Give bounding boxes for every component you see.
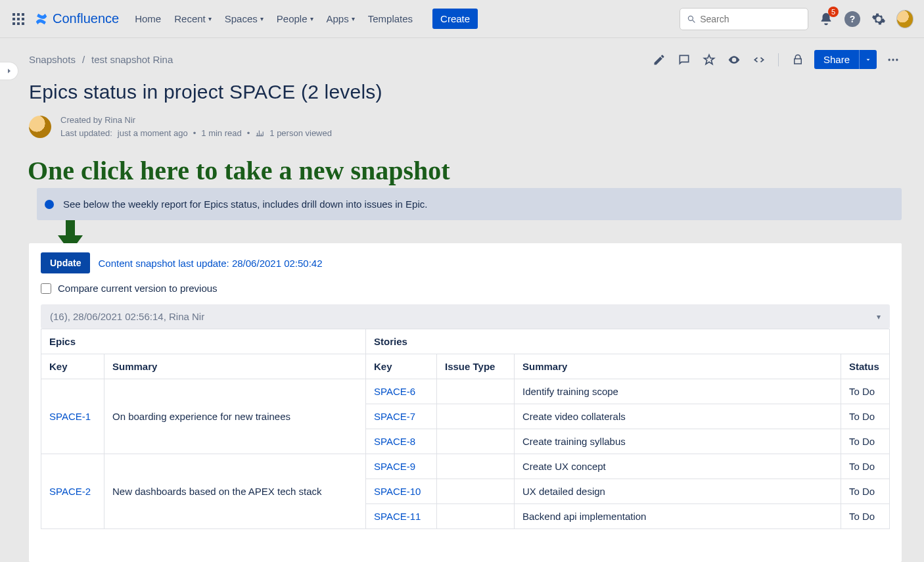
breadcrumb: Snapshots / test snapshot Rina (29, 54, 173, 65)
byline: Created by Rina Nir Last updated: just a… (29, 114, 902, 139)
epic-key-link[interactable]: SPACE-2 (49, 486, 91, 497)
snapshot-panel: Update Content snapshot last update: 28/… (29, 243, 902, 562)
col-epic-summary: Summary (104, 354, 366, 379)
more-actions-icon[interactable] (885, 51, 902, 68)
version-text: (16), 28/06/2021 02:56:14, Rina Nir (50, 311, 204, 322)
issue-type-cell (437, 479, 515, 504)
settings-icon[interactable] (870, 11, 887, 28)
source-icon[interactable] (751, 51, 768, 68)
divider (778, 53, 779, 66)
profile-avatar[interactable] (896, 11, 913, 28)
nav-templates[interactable]: Templates (368, 13, 413, 24)
star-icon[interactable] (701, 51, 718, 68)
story-summary-cell: Create training syllabus (515, 429, 841, 454)
confluence-logo[interactable]: Confluence (34, 11, 119, 26)
top-bar: Confluence Home Recent▾ Spaces▾ People▾ … (0, 0, 924, 38)
svg-point-3 (892, 59, 894, 60)
issue-type-cell (437, 504, 515, 529)
table-row: SPACE-1On boarding experience for new tr… (41, 379, 890, 404)
watch-icon[interactable] (726, 51, 743, 68)
status-cell: To Do (841, 479, 890, 504)
story-summary-cell: Create UX concept (515, 454, 841, 479)
search-box[interactable] (680, 8, 808, 30)
col-group-epics: Epics (41, 329, 366, 354)
story-key-link[interactable]: SPACE-7 (374, 411, 415, 422)
story-summary-cell: Backend api implementation (515, 504, 841, 529)
primary-nav: Home Recent▾ Spaces▾ People▾ Apps▾ Templ… (135, 9, 478, 29)
nav-people[interactable]: People▾ (277, 13, 313, 24)
sidebar-expand-button[interactable] (0, 62, 18, 80)
created-by-label: Created by (60, 115, 103, 125)
compare-label[interactable]: Compare current version to previous (58, 283, 218, 294)
chevron-down-icon: ▾ (877, 312, 881, 321)
chevron-down-icon (865, 57, 871, 63)
status-cell: To Do (841, 404, 890, 429)
search-input[interactable] (700, 14, 801, 24)
breadcrumb-page[interactable]: test snapshot Rina (91, 54, 173, 65)
notification-badge: 5 (828, 7, 839, 17)
share-button[interactable]: Share (814, 50, 859, 69)
breadcrumb-separator: / (82, 54, 85, 65)
compare-row: Compare current version to previous (29, 273, 902, 303)
snapshot-header: Update Content snapshot last update: 28/… (29, 252, 902, 273)
issue-type-cell (437, 429, 515, 454)
story-key-link[interactable]: SPACE-11 (374, 511, 421, 522)
issue-type-cell (437, 379, 515, 404)
nav-recent[interactable]: Recent▾ (174, 13, 212, 24)
status-cell: To Do (841, 429, 890, 454)
story-summary-cell: UX detailed design (515, 479, 841, 504)
story-key-link[interactable]: SPACE-6 (374, 386, 415, 397)
info-panel-text: See below the weekly report for Epics st… (63, 199, 427, 210)
story-key-link[interactable]: SPACE-10 (374, 486, 421, 497)
nav-spaces[interactable]: Spaces▾ (225, 13, 264, 24)
viewers-count[interactable]: 1 person viewed (269, 127, 332, 140)
version-selector[interactable]: (16), 28/06/2021 02:56:14, Rina Nir ▾ (41, 304, 890, 329)
chevron-down-icon: ▾ (208, 15, 212, 22)
header-row: Snapshots / test snapshot Rina Share (29, 50, 902, 69)
story-summary-cell: Create video collaterals (515, 404, 841, 429)
epic-key-link[interactable]: SPACE-1 (49, 411, 91, 422)
compare-checkbox[interactable] (41, 283, 51, 294)
author-avatar[interactable] (29, 116, 51, 138)
svg-point-2 (889, 59, 890, 60)
info-icon (45, 200, 54, 209)
restrictions-icon[interactable] (789, 51, 806, 68)
edit-icon[interactable] (651, 51, 668, 68)
top-right-icons: 5 ? (818, 11, 913, 28)
col-story-summary: Summary (515, 354, 841, 379)
confluence-icon (34, 12, 49, 26)
chevron-down-icon: ▾ (352, 15, 355, 22)
story-key-link[interactable]: SPACE-9 (374, 461, 415, 472)
story-key-link[interactable]: SPACE-8 (374, 436, 415, 447)
breadcrumb-space[interactable]: Snapshots (29, 54, 76, 65)
author-name[interactable]: Rina Nir (104, 115, 135, 125)
nav-apps[interactable]: Apps▾ (327, 13, 355, 24)
notifications-icon[interactable]: 5 (818, 11, 835, 28)
app-switcher-icon[interactable] (11, 11, 26, 27)
last-updated-label: Last updated: (60, 127, 112, 140)
chevron-down-icon: ▾ (310, 15, 313, 22)
svg-point-4 (896, 59, 898, 60)
create-button[interactable]: Create (432, 9, 478, 29)
story-summary-cell: Identify training scope (515, 379, 841, 404)
chevron-right-icon (5, 67, 13, 75)
snapshot-last-update[interactable]: Content snapshot last update: 28/06/2021… (98, 258, 322, 269)
search-icon (687, 14, 696, 24)
issue-type-cell (437, 454, 515, 479)
status-cell: To Do (841, 454, 890, 479)
table-row: SPACE-2New dashboards based on the APEX … (41, 454, 890, 479)
annotation-text: One click here to take a new snapshot (28, 156, 450, 185)
comment-icon[interactable] (676, 51, 693, 68)
col-epic-key: Key (41, 354, 104, 379)
update-button[interactable]: Update (41, 252, 90, 273)
svg-line-1 (693, 20, 695, 22)
svg-point-0 (688, 16, 693, 20)
nav-home[interactable]: Home (135, 13, 161, 24)
last-updated-value[interactable]: just a moment ago (118, 127, 188, 140)
help-icon[interactable]: ? (844, 11, 861, 28)
status-cell: To Do (841, 504, 890, 529)
share-dropdown-button[interactable] (859, 50, 877, 69)
report-table: Epics Stories Key Summary Key Issue Type… (41, 329, 890, 529)
info-panel: See below the weekly report for Epics st… (37, 188, 902, 220)
analytics-icon (255, 128, 264, 137)
